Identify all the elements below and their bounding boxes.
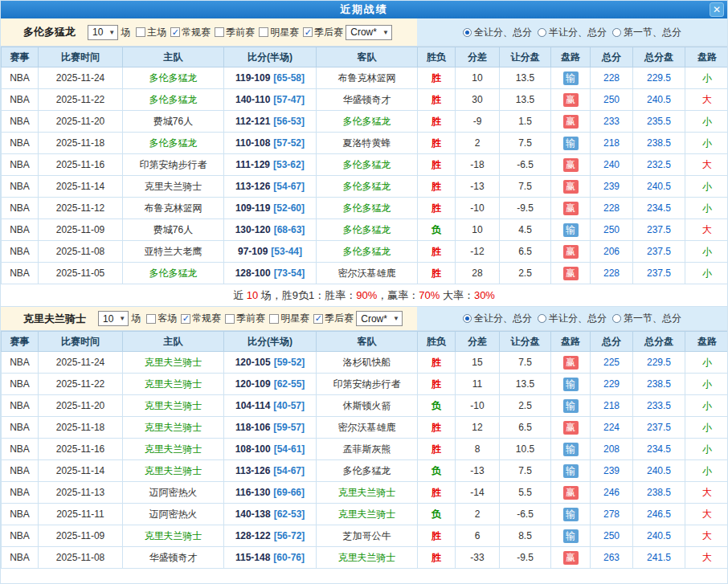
column-header: 赛事 — [2, 47, 39, 67]
filter-checkbox[interactable]: ✓季后赛 — [313, 312, 354, 325]
cell-date: 2025-11-16 — [39, 154, 123, 176]
filter-checkbox[interactable]: ✓常规赛 — [181, 312, 221, 325]
checkbox-icon[interactable] — [259, 27, 268, 37]
cell-league: NBA — [2, 547, 39, 569]
away-team-name: 多伦多猛龙 — [343, 246, 391, 257]
checkbox-label: 季后赛 — [325, 312, 354, 325]
odds-type-radio[interactable]: 半让分、总分 — [538, 26, 607, 39]
cell-total-line: 240.5 — [633, 460, 685, 482]
checkbox-icon[interactable]: ✓ — [170, 27, 180, 37]
checkbox-icon[interactable] — [146, 314, 156, 324]
cell-total-points: 233 — [591, 111, 633, 133]
cell-score: 110-108[57-52] — [224, 133, 317, 154]
cell-total-line: 237.5 — [633, 219, 685, 241]
bookmaker-select[interactable]: Crow*▼ — [356, 311, 403, 326]
column-header: 盘路 — [551, 47, 591, 67]
filter-checkbox[interactable]: 季前赛 — [225, 312, 265, 325]
home-team-name: 多伦多猛龙 — [149, 94, 198, 105]
record-summary: 近 10 场，胜9负1：胜率：90%，赢率：70% 大率：30% — [1, 284, 727, 307]
handicap-result-badge: 赢 — [563, 202, 579, 215]
bookmaker-select[interactable]: Crow*▼ — [346, 25, 392, 40]
full-score: 112-121 — [235, 116, 270, 127]
checkbox-icon[interactable] — [269, 314, 279, 324]
handicap-result-badge: 输 — [563, 71, 579, 85]
cell-handicap-line: -6.5 — [500, 154, 551, 176]
team-name: 多伦多猛龙 — [23, 25, 76, 39]
filter-checkbox[interactable]: 客场 — [146, 312, 177, 325]
games-count-select[interactable]: 10▼ — [98, 311, 129, 326]
away-team-name: 布鲁克林篮网 — [338, 72, 396, 84]
cell-league: NBA — [2, 89, 39, 111]
away-team-name: 克里夫兰骑士 — [338, 487, 396, 498]
odds-type-radio[interactable]: 第一节、总分 — [612, 26, 681, 39]
filter-checkbox[interactable]: 主场 — [136, 26, 166, 39]
cell-league: NBA — [2, 352, 39, 374]
half-score: [62-53] — [274, 508, 305, 520]
radio-icon[interactable] — [538, 28, 546, 37]
radio-icon[interactable] — [612, 28, 621, 37]
close-button[interactable]: ✕ — [710, 2, 724, 17]
odds-type-radio[interactable]: 全让分、总分 — [463, 26, 532, 39]
cell-point-diff: -33 — [456, 547, 500, 569]
filter-checkbox[interactable]: ✓常规赛 — [170, 26, 211, 39]
cell-total-points: 208 — [591, 439, 633, 460]
filter-checkbox[interactable]: 明星赛 — [259, 26, 299, 39]
cell-total-points: 239 — [591, 460, 633, 482]
home-team-name: 亚特兰大老鹰 — [145, 246, 202, 257]
column-header: 分差 — [456, 47, 500, 67]
full-score: 110-108 — [235, 137, 270, 149]
checkbox-icon[interactable]: ✓ — [303, 27, 313, 37]
cell-total-line: 229.5 — [633, 67, 685, 89]
away-team-name: 多伦多猛龙 — [343, 465, 391, 476]
filter-checkbox[interactable]: 明星赛 — [269, 312, 309, 325]
cell-league: NBA — [2, 67, 39, 89]
cell-result: 胜 — [418, 482, 456, 504]
handicap-result-badge: 输 — [563, 137, 579, 150]
checkbox-icon[interactable]: ✓ — [181, 314, 190, 324]
odds-type-radio[interactable]: 半让分、总分 — [538, 312, 607, 325]
radio-icon[interactable] — [538, 314, 546, 323]
games-count-select[interactable]: 10▼ — [88, 25, 118, 40]
cell-point-diff: -9 — [456, 111, 500, 133]
half-score: [40-57] — [273, 400, 305, 411]
cell-home-team: 多伦多猛龙 — [123, 263, 224, 284]
cell-result: 胜 — [418, 547, 456, 569]
summary-segment: 近 — [233, 288, 247, 303]
checkbox-icon[interactable] — [225, 314, 235, 324]
cell-away-team: 多伦多猛龙 — [317, 176, 418, 198]
half-score: [68-63] — [274, 224, 305, 235]
radio-icon[interactable] — [612, 314, 621, 323]
cell-score: 104-114[40-57] — [224, 395, 317, 417]
radio-icon[interactable] — [463, 28, 472, 37]
cell-league: NBA — [2, 395, 39, 417]
half-score: [69-66] — [273, 487, 305, 498]
checkbox-icon[interactable] — [215, 27, 224, 37]
cell-home-team: 亚特兰大老鹰 — [123, 241, 224, 263]
odds-type-radio[interactable]: 全让分、总分 — [463, 312, 532, 325]
cell-handicap-result: 输 — [551, 219, 591, 241]
handicap-result-badge: 赢 — [563, 93, 579, 107]
checkbox-icon[interactable] — [136, 27, 145, 37]
odds-type-radio[interactable]: 第一节、总分 — [612, 312, 681, 325]
cell-total-line: 233.5 — [633, 395, 685, 417]
away-team-name: 多伦多猛龙 — [343, 159, 391, 170]
table-row: NBA2025-11-14克里夫兰骑士113-126[54-67]多伦多猛龙胜-… — [2, 176, 728, 198]
cell-handicap-result: 赢 — [551, 111, 591, 133]
cell-league: NBA — [2, 460, 39, 482]
half-score: [56-72] — [274, 530, 305, 541]
radio-icon[interactable] — [463, 314, 472, 323]
checkbox-icon[interactable]: ✓ — [313, 314, 323, 324]
cell-over-under: 小 — [685, 111, 728, 133]
handicap-result-badge: 输 — [563, 378, 579, 391]
table-row: NBA2025-11-08华盛顿奇才115-148[60-76]克里夫兰骑士胜-… — [2, 547, 728, 569]
games-count-value: 10 — [103, 313, 113, 325]
radio-label: 全让分、总分 — [474, 312, 532, 325]
filter-checkbox[interactable]: 季前赛 — [215, 26, 255, 39]
full-score: 120-109 — [235, 378, 271, 390]
away-team-name: 华盛顿奇才 — [343, 94, 391, 105]
cell-home-team: 迈阿密热火 — [123, 504, 224, 525]
chevron-down-icon: ▼ — [119, 315, 125, 322]
filter-checkbox[interactable]: ✓季后赛 — [303, 26, 343, 39]
cell-total-line: 238.5 — [633, 133, 685, 154]
radio-label: 半让分、总分 — [549, 312, 607, 325]
